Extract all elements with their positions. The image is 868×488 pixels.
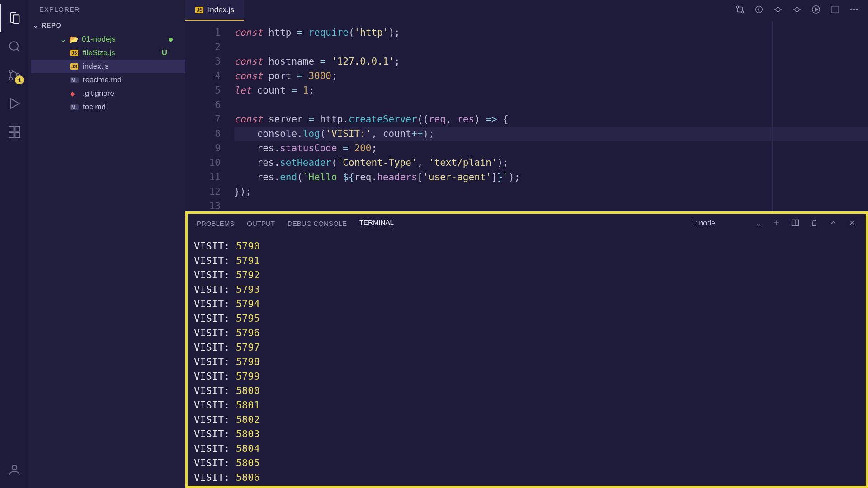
explorer-panel: EXPLORER ⌄ REPO ⌄ 📂 01-nodejs JSfileSize…: [28, 0, 185, 488]
tab-debug-console[interactable]: DEBUG CONSOLE: [288, 220, 347, 227]
file-toc-md[interactable]: M↓toc.md: [31, 100, 185, 114]
terminal-line: VISIT: 5792: [194, 268, 859, 282]
source-control-badge: 1: [15, 75, 24, 84]
line-number: 8: [185, 127, 221, 141]
file-index-js[interactable]: JSindex.js: [31, 60, 185, 73]
editor-actions: [735, 0, 868, 21]
terminal-line: VISIT: 5799: [194, 369, 859, 384]
accounts-icon[interactable]: [0, 455, 28, 483]
kill-terminal-icon[interactable]: [810, 218, 819, 229]
run-debug-icon[interactable]: [0, 89, 28, 117]
activity-bar: 1: [0, 0, 28, 488]
js-file-icon: JS: [70, 50, 78, 56]
svg-point-16: [850, 9, 852, 10]
chevron-down-icon: ⌄: [33, 22, 39, 29]
file--gitignore[interactable]: ◆.gitignore: [31, 87, 185, 100]
repo-section-header[interactable]: ⌄ REPO: [28, 18, 185, 33]
editor-tabs: JS index.js: [185, 0, 868, 21]
tab-label: index.js: [208, 5, 234, 14]
extensions-icon[interactable]: [0, 117, 28, 146]
svg-rect-5: [15, 127, 20, 131]
svg-rect-6: [9, 132, 14, 137]
compare-changes-icon[interactable]: [735, 5, 745, 17]
more-icon[interactable]: [849, 5, 859, 17]
run-icon[interactable]: [811, 5, 821, 17]
terminal-line: VISIT: 5805: [194, 456, 859, 470]
prev-icon[interactable]: [773, 5, 783, 17]
svg-point-0: [9, 42, 18, 50]
svg-rect-4: [9, 127, 14, 131]
terminal-line: VISIT: 5801: [194, 398, 859, 413]
line-number: 6: [185, 98, 221, 112]
terminal-line: VISIT: 5796: [194, 326, 859, 340]
line-number: 5: [185, 83, 221, 98]
file-tree: ⌄ 📂 01-nodejs JSfileSize.jsUJSindex.jsM↓…: [28, 33, 185, 114]
svg-point-13: [795, 7, 799, 11]
line-number: 12: [185, 184, 221, 199]
svg-point-9: [736, 6, 739, 8]
file-label: toc.md: [83, 103, 106, 112]
folder-open-icon: 📂: [69, 35, 79, 44]
line-number: 1: [185, 25, 221, 40]
js-file-icon: JS: [195, 7, 203, 13]
line-number: 3: [185, 54, 221, 69]
code-content[interactable]: const http = require('http'); const host…: [234, 21, 868, 211]
terminal-line: VISIT: 5800: [194, 384, 859, 398]
svg-point-10: [741, 11, 744, 13]
tab-output[interactable]: OUTPUT: [247, 220, 275, 227]
code-editor[interactable]: 12345678910111213 const http = require('…: [185, 21, 868, 211]
terminal-line: VISIT: 5795: [194, 311, 859, 326]
new-terminal-icon[interactable]: [772, 218, 781, 229]
tab-index-js[interactable]: JS index.js: [185, 0, 244, 21]
terminal-line: VISIT: 5797: [194, 340, 859, 355]
file-fileSize-js[interactable]: JSfileSize.jsU: [31, 46, 185, 60]
file-readme-md[interactable]: M↓readme.md: [31, 73, 185, 87]
chevron-down-icon: ⌄: [756, 219, 762, 228]
md-file-icon: M↓: [70, 77, 79, 83]
terminal-line: VISIT: 5794: [194, 297, 859, 311]
maximize-panel-icon[interactable]: [829, 218, 838, 229]
terminal-line: VISIT: 5806: [194, 470, 859, 485]
svg-point-8: [12, 465, 17, 470]
terminal-line: VISIT: 5798: [194, 355, 859, 369]
explorer-icon[interactable]: [0, 4, 28, 32]
terminal-line: VISIT: 5793: [194, 282, 859, 297]
line-number: 4: [185, 69, 221, 83]
close-panel-icon[interactable]: [848, 218, 857, 229]
svg-point-2: [9, 77, 12, 80]
file-label: index.js: [83, 62, 109, 71]
source-control-icon[interactable]: 1: [0, 61, 28, 89]
terminal-line: VISIT: 5804: [194, 441, 859, 456]
terminal-selector[interactable]: 1: node ⌄: [691, 219, 762, 228]
tab-problems[interactable]: PROBLEMS: [197, 220, 234, 227]
line-number: 9: [185, 141, 221, 155]
svg-point-18: [856, 9, 858, 10]
folder-01-nodejs[interactable]: ⌄ 📂 01-nodejs: [31, 33, 185, 46]
terminal-line: VISIT: 5791: [194, 253, 859, 268]
panel-actions: 1: node ⌄: [691, 218, 857, 229]
panel-tabs: PROBLEMS OUTPUT DEBUG CONSOLE TERMINAL 1…: [188, 214, 866, 233]
line-number: 11: [185, 170, 221, 184]
next-icon[interactable]: [792, 5, 802, 17]
svg-point-17: [854, 9, 855, 10]
md-file-icon: M↓: [70, 104, 79, 110]
terminal-output[interactable]: VISIT: 5790VISIT: 5791VISIT: 5792VISIT: …: [188, 233, 866, 486]
terminal-line: VISIT: 5803: [194, 427, 859, 441]
line-number: 7: [185, 112, 221, 127]
tab-terminal[interactable]: TERMINAL: [359, 218, 394, 228]
split-terminal-icon[interactable]: [791, 218, 800, 229]
repo-section-label: REPO: [42, 22, 61, 29]
search-icon[interactable]: [0, 32, 28, 61]
js-file-icon: JS: [70, 63, 78, 70]
svg-rect-7: [15, 132, 20, 137]
svg-point-12: [776, 7, 780, 11]
line-number-gutter: 12345678910111213: [185, 21, 234, 211]
go-back-icon[interactable]: [754, 5, 764, 17]
svg-point-11: [756, 6, 763, 13]
folder-label: 01-nodejs: [82, 35, 116, 44]
editor-ruler: [772, 21, 773, 211]
split-editor-icon[interactable]: [830, 5, 840, 17]
modified-dot-icon: [169, 38, 173, 42]
git-status-badge: U: [162, 48, 167, 57]
terminal-line: VISIT: 5802: [194, 413, 859, 427]
